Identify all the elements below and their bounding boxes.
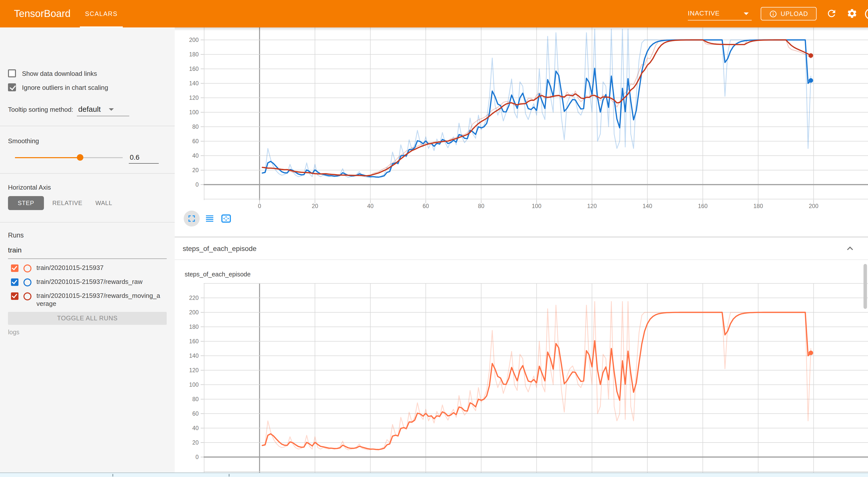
- divider: [0, 173, 175, 173]
- y-axis-tick-label: 120: [189, 367, 199, 374]
- tooltip-sorting-label: Tooltip sorting method:: [8, 106, 73, 113]
- y-axis-tick-label: 160: [189, 66, 199, 72]
- run-color-circle[interactable]: [24, 278, 31, 286]
- run-color-circle[interactable]: [24, 264, 31, 273]
- upload-button[interactable]: UPLOAD: [761, 7, 816, 21]
- upload-button-label: UPLOAD: [781, 10, 808, 17]
- smoothing-label: Smoothing: [8, 137, 39, 145]
- fullscreen-icon: [186, 213, 197, 224]
- y-axis-tick-label: 140: [189, 352, 199, 359]
- show-data-download-links-label: Show data download links: [22, 70, 97, 77]
- scalar-chart[interactable]: 0204060801001201401601802000204060801001…: [189, 27, 868, 209]
- y-axis-tick-label: 80: [192, 396, 199, 403]
- smoothing-slider-thumb[interactable]: [76, 154, 83, 161]
- refresh-icon[interactable]: [826, 8, 837, 19]
- x-axis-tick-label: 0: [258, 203, 261, 209]
- y-axis-tick-label: 140: [189, 80, 199, 87]
- axis-mode-step-button[interactable]: STEP: [8, 196, 44, 210]
- chart-toolbar: [184, 210, 232, 227]
- pan-zoom-icon[interactable]: [220, 213, 232, 224]
- chart-plot-area[interactable]: [262, 29, 813, 178]
- run-color-circle[interactable]: [24, 292, 31, 300]
- y-axis-tick-label: 0: [195, 181, 199, 188]
- dropdown-underline: [77, 116, 129, 116]
- show-data-download-links-checkbox[interactable]: [8, 69, 16, 77]
- runs-section-label: Runs: [8, 231, 24, 239]
- divider: [0, 126, 175, 126]
- tab-scalars-label: SCALARS: [85, 10, 118, 18]
- series-end-dot: [809, 351, 813, 355]
- section-header-steps-of-each-episode[interactable]: steps_of_each_episode: [175, 237, 868, 260]
- help-icon[interactable]: [865, 8, 868, 20]
- series-end-dot: [809, 53, 813, 58]
- info-icon: [769, 10, 777, 18]
- logs-label: logs: [8, 329, 20, 336]
- x-axis-tick-label: 40: [367, 203, 374, 209]
- axis-mode-wall-button[interactable]: WALL: [90, 196, 118, 210]
- y-axis-tick-label: 200: [189, 37, 199, 43]
- y-axis-tick-label: 80: [192, 124, 199, 130]
- chevron-up-icon[interactable]: [844, 243, 856, 254]
- ignore-outliers-row: Ignore outliers in chart scaling: [8, 83, 108, 91]
- status-dropdown[interactable]: INACTIVE: [688, 7, 752, 20]
- run-checkbox[interactable]: [11, 278, 19, 286]
- x-axis-tick-label: 120: [587, 203, 597, 209]
- tab-scalars[interactable]: SCALARS: [80, 0, 123, 27]
- settings-sidebar: Show data download links Ignore outliers…: [0, 27, 175, 477]
- input-underline: [129, 163, 159, 164]
- data-table-icon[interactable]: [204, 213, 215, 224]
- ignore-outliers-checkbox[interactable]: [8, 83, 16, 91]
- x-axis-tick-label: 60: [423, 203, 429, 209]
- smoothing-value-input[interactable]: 0.6: [130, 153, 159, 161]
- series-end-dot: [809, 78, 813, 83]
- run-row[interactable]: train/20201015-215937/rewards_raw: [8, 278, 169, 286]
- y-axis-tick-label: 60: [192, 410, 199, 417]
- gear-icon[interactable]: [846, 8, 858, 19]
- chart-plot-area[interactable]: [262, 301, 813, 450]
- smoothing-value: 0.6: [130, 153, 140, 161]
- x-axis-tick-label: 200: [809, 203, 818, 209]
- y-axis-tick-label: 60: [192, 138, 199, 145]
- run-checkbox[interactable]: [11, 292, 19, 300]
- run-row[interactable]: train/20201015-215937/rewards_moving_ave…: [8, 292, 169, 308]
- tab-active-underline: [80, 27, 123, 27]
- tooltip-sorting-dropdown[interactable]: default: [79, 105, 121, 113]
- run-label: train/20201015-215937: [36, 264, 162, 272]
- axis-labels: 0204060801001201401601802000204060801001…: [189, 37, 818, 209]
- y-axis-tick-label: 180: [189, 51, 199, 58]
- run-label: train/20201015-215937/rewards_raw: [36, 278, 162, 286]
- scroll-tick: [228, 474, 229, 477]
- expand-chart-button[interactable]: [184, 211, 200, 226]
- app-header: TensorBoard SCALARS INACTIVE UPLOAD: [0, 0, 868, 27]
- run-row[interactable]: train/20201015-215937: [8, 264, 169, 273]
- x-axis-tick-label: 180: [753, 203, 763, 209]
- run-checkbox[interactable]: [11, 264, 19, 272]
- y-axis-tick-label: 160: [189, 338, 199, 345]
- y-axis-tick-label: 100: [189, 381, 199, 388]
- x-axis-tick-label: 160: [698, 203, 708, 209]
- status-dropdown-value: INACTIVE: [688, 9, 720, 17]
- main-scrollbar-thumb[interactable]: [864, 264, 867, 309]
- tooltip-sorting-value: default: [79, 105, 101, 113]
- x-axis-tick-label: 140: [643, 203, 652, 209]
- y-axis-tick-label: 40: [192, 152, 199, 159]
- smoothing-slider-fill: [15, 157, 80, 158]
- y-axis-tick-label: 200: [189, 309, 199, 316]
- input-underline: [8, 258, 167, 259]
- scalar-chart[interactable]: 020406080100120140160180200220: [189, 283, 868, 477]
- bottom-scrollbar[interactable]: [0, 473, 868, 477]
- x-axis-tick-label: 20: [312, 203, 318, 209]
- show-download-links-row: Show data download links: [8, 69, 97, 77]
- axis-mode-relative-button[interactable]: RELATIVE: [48, 196, 87, 210]
- y-axis-tick-label: 20: [192, 439, 199, 446]
- status-dropdown-underline: [688, 20, 752, 21]
- y-axis-tick-label: 120: [189, 95, 199, 101]
- y-axis-tick-label: 100: [189, 109, 199, 116]
- scroll-tick: [112, 474, 113, 477]
- runs-filter-input[interactable]: train: [8, 246, 167, 254]
- toggle-all-runs-button[interactable]: TOGGLE ALL RUNS: [8, 312, 167, 325]
- y-axis-tick-label: 40: [192, 425, 199, 431]
- run-label: train/20201015-215937/rewards_moving_ave…: [36, 292, 162, 308]
- horizontal-axis-label: Horizontal Axis: [8, 184, 51, 191]
- smoothing-slider[interactable]: [15, 157, 123, 158]
